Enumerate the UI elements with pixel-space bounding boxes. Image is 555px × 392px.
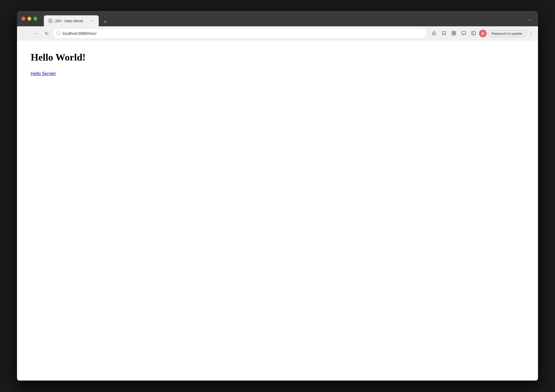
reload-button[interactable]: ↻ <box>42 29 51 38</box>
extensions-button[interactable] <box>449 29 458 38</box>
media-router-button[interactable] <box>459 29 468 38</box>
forward-button[interactable]: → <box>31 29 40 38</box>
title-bar: JSP - Hello World × + ⌄ <box>17 11 538 26</box>
nav-bar: ← → ↻ i <box>17 26 538 41</box>
new-tab-button[interactable]: + <box>101 18 110 26</box>
page-content: Hello World! Hello Servlet <box>17 41 538 380</box>
forward-icon: → <box>33 31 38 36</box>
svg-rect-3 <box>452 31 454 33</box>
tab-favicon-icon <box>48 19 53 23</box>
relaunch-label: Relaunch to update <box>491 32 522 36</box>
profile-button[interactable]: E <box>479 30 487 37</box>
more-options-button[interactable]: ⋮ <box>527 30 535 37</box>
svg-point-0 <box>49 19 52 23</box>
tab-close-button[interactable]: × <box>89 18 94 23</box>
sidebar-button[interactable] <box>469 29 478 38</box>
relaunch-button[interactable]: Relaunch to update <box>488 30 526 37</box>
page-heading: Hello World! <box>31 52 524 63</box>
bookmark-icon <box>442 31 446 36</box>
svg-text:i: i <box>58 32 59 35</box>
sidebar-icon <box>471 31 476 36</box>
back-icon: ← <box>22 31 27 36</box>
address-bar-container: i <box>53 29 426 38</box>
nav-actions: E Relaunch to update ⋮ <box>430 29 535 38</box>
minimize-window-button[interactable] <box>27 17 31 21</box>
svg-rect-4 <box>454 31 456 33</box>
back-button[interactable]: ← <box>20 29 29 38</box>
share-button[interactable] <box>430 29 438 38</box>
share-icon <box>432 31 436 36</box>
svg-rect-8 <box>472 32 475 35</box>
svg-rect-6 <box>454 33 456 35</box>
tabs-area: JSP - Hello World × + <box>44 11 110 26</box>
browser-window: JSP - Hello World × + ⌄ ← → ↻ i <box>17 11 538 381</box>
svg-rect-7 <box>462 32 466 34</box>
bookmark-button[interactable] <box>440 29 448 38</box>
traffic-lights <box>21 17 37 21</box>
close-window-button[interactable] <box>21 17 25 21</box>
more-icon: ⋮ <box>528 30 533 36</box>
security-icon: i <box>56 31 60 36</box>
address-input[interactable] <box>63 31 423 36</box>
extensions-icon <box>452 31 456 36</box>
tab-dropdown-button[interactable]: ⌄ <box>526 15 534 22</box>
hello-servlet-link[interactable]: Hello Servlet <box>31 71 56 76</box>
maximize-window-button[interactable] <box>33 17 37 21</box>
media-router-icon <box>461 31 466 36</box>
reload-icon: ↻ <box>45 31 49 36</box>
svg-rect-5 <box>452 33 454 35</box>
tab-title: JSP - Hello World <box>55 19 87 23</box>
active-tab[interactable]: JSP - Hello World × <box>44 15 99 26</box>
